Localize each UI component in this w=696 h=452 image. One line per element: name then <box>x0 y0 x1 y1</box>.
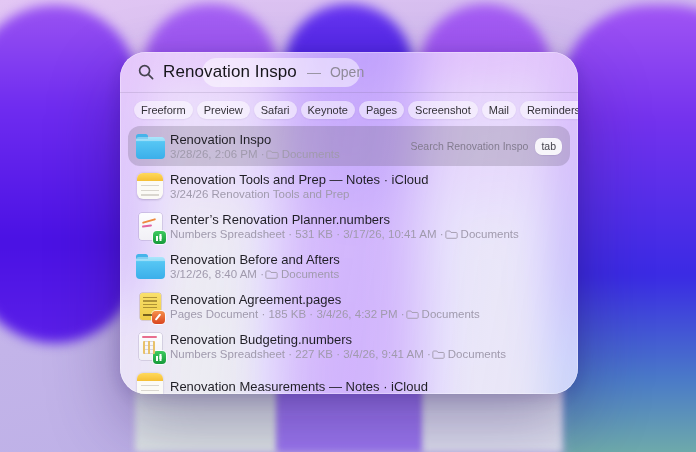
filter-chip-pages[interactable]: Pages <box>359 101 404 119</box>
completion-dash: — <box>307 64 321 80</box>
result-title: Renovation Before and Afters <box>170 252 562 267</box>
search-hint: Search Renovation Inspo tab <box>410 138 562 155</box>
blue-folder-icon <box>136 137 165 159</box>
result-subtitle: 3/24/26 Renovation Tools and Prep <box>170 188 562 201</box>
completion-text: Open <box>330 64 364 80</box>
folder-glyph-icon <box>266 149 279 159</box>
blue-folder-icon <box>136 257 165 279</box>
search-row: Renovation Inspo —Open <box>120 52 578 92</box>
notes-app-icon <box>137 373 163 394</box>
result-title: Renter’s Renovation Planner.numbers <box>170 212 562 227</box>
filter-chip-mail[interactable]: Mail <box>482 101 516 119</box>
result-row-renters-renovation-planner[interactable]: Renter’s Renovation Planner.numbers Numb… <box>128 206 570 246</box>
wallpaper-capsule-right <box>560 5 696 452</box>
wallpaper-capsule-left <box>0 5 138 343</box>
pages-badge-icon <box>152 311 165 324</box>
result-subtitle: Pages Document · 185 KB · 3/4/26, 4:32 P… <box>170 308 562 321</box>
pages-document-icon <box>140 293 161 320</box>
result-subtitle: Numbers Spreadsheet · 227 KB · 3/4/26, 9… <box>170 348 562 361</box>
result-title: Renovation Measurements — Notes · iCloud <box>170 379 562 394</box>
filter-chip-freeform[interactable]: Freeform <box>134 101 193 119</box>
search-completion: —Open <box>307 64 364 80</box>
filter-chip-safari[interactable]: Safari <box>254 101 297 119</box>
filter-chips: Freeform Preview Safari Keynote Pages Sc… <box>134 98 572 122</box>
result-row-renovation-budgeting[interactable]: Renovation Budgeting.numbers Numbers Spr… <box>128 326 570 366</box>
result-row-renovation-tools-and-prep[interactable]: Renovation Tools and Prep — Notes · iClo… <box>128 166 570 206</box>
result-title: Renovation Tools and Prep — Notes · iClo… <box>170 172 562 187</box>
result-title: Renovation Agreement.pages <box>170 292 562 307</box>
result-subtitle: 3/28/26, 2:06 PM · Documents <box>170 148 410 161</box>
numbers-badge-icon <box>153 231 166 244</box>
filter-chip-reminders[interactable]: Reminders <box>520 101 578 119</box>
folder-glyph-icon <box>432 349 445 359</box>
folder-glyph-icon <box>445 229 458 239</box>
notes-app-icon <box>137 173 163 199</box>
result-row-renovation-measurements[interactable]: Renovation Measurements — Notes · iCloud <box>128 366 570 394</box>
folder-glyph-icon <box>265 269 278 279</box>
result-title: Renovation Budgeting.numbers <box>170 332 562 347</box>
search-hint-label: Search Renovation Inspo <box>410 140 528 152</box>
search-icon <box>138 64 154 80</box>
result-subtitle: 3/12/26, 8:40 AM · Documents <box>170 268 562 281</box>
result-title: Renovation Inspo <box>170 132 410 147</box>
result-row-renovation-agreement[interactable]: Renovation Agreement.pages Pages Documen… <box>128 286 570 326</box>
desktop: { "colors": { "accent_purple": "#6f2cf0"… <box>0 0 696 452</box>
filter-chip-keynote[interactable]: Keynote <box>301 101 355 119</box>
result-subtitle: Numbers Spreadsheet · 531 KB · 3/17/26, … <box>170 228 562 241</box>
tab-key-badge: tab <box>535 138 562 155</box>
results-list: Renovation Inspo 3/28/26, 2:06 PM · Docu… <box>128 126 570 394</box>
numbers-document-icon <box>139 213 162 240</box>
search-input[interactable]: Renovation Inspo <box>163 62 297 82</box>
filter-chip-preview[interactable]: Preview <box>197 101 250 119</box>
filter-chip-screenshot[interactable]: Screenshot <box>408 101 478 119</box>
spotlight-panel: Renovation Inspo —Open Freeform Preview … <box>120 52 578 394</box>
numbers-badge-icon <box>153 351 166 364</box>
result-row-renovation-inspo[interactable]: Renovation Inspo 3/28/26, 2:06 PM · Docu… <box>128 126 570 166</box>
search-divider <box>120 92 578 93</box>
numbers-document-icon <box>139 333 162 360</box>
result-row-renovation-before-and-afters[interactable]: Renovation Before and Afters 3/12/26, 8:… <box>128 246 570 286</box>
folder-glyph-icon <box>406 309 419 319</box>
